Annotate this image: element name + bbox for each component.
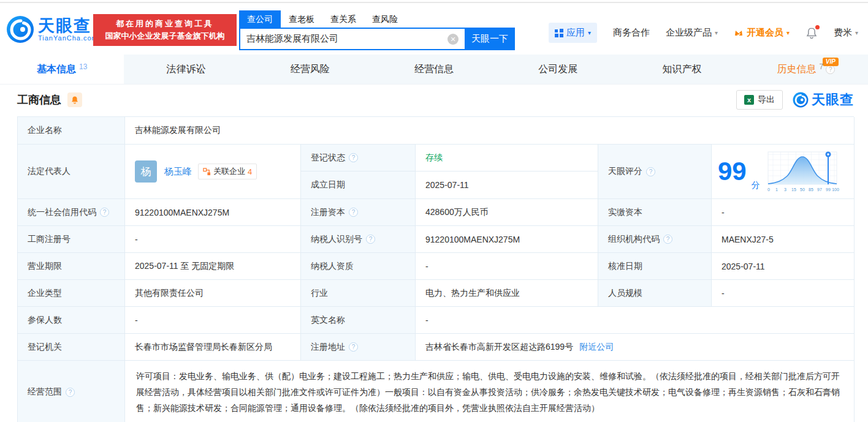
tab-basic-info[interactable]: 基本信息 13: [0, 55, 124, 84]
label-text: 参保人数: [28, 315, 62, 326]
field-label-insured: 参保人数: [18, 307, 125, 334]
field-label-reg-capital: 注册资本: [301, 199, 416, 226]
search-tab-company[interactable]: 查公司: [239, 10, 281, 28]
label-text: 营业期限: [28, 261, 62, 272]
field-label-company-type: 企业类型: [18, 280, 125, 307]
value-text: -: [425, 262, 428, 271]
help-icon[interactable]: [349, 208, 358, 217]
field-value-taxpayer-quali: -: [416, 253, 598, 280]
chevron-down-icon: [855, 29, 858, 36]
search-button[interactable]: 天眼一下: [465, 28, 515, 50]
field-value-term: 2025-07-11 至 无固定期限: [125, 253, 301, 280]
help-icon[interactable]: [646, 167, 655, 176]
chevron-down-icon: [588, 29, 591, 36]
help-icon[interactable]: [349, 153, 358, 162]
clear-icon[interactable]: [447, 34, 459, 45]
label-text: 法定代表人: [28, 166, 70, 177]
nav-business-cooperation[interactable]: 商务合作: [613, 27, 650, 39]
related-companies-badge[interactable]: 关联企业 4: [198, 164, 257, 179]
field-label-taxpayer-quali: 纳税人资质: [301, 253, 416, 280]
section-tabbar: 基本信息 13 法律诉讼 经营风险 经营信息 公司发展 知识产权 VIP 历史信…: [0, 55, 868, 85]
tab-basic-label: 基本信息: [37, 63, 76, 76]
tab-company-development[interactable]: 公司发展: [496, 55, 620, 84]
score-value: 99: [718, 159, 747, 184]
tab-history-info[interactable]: VIP 历史信息 7: [744, 55, 868, 84]
label-text: 注册地址: [311, 342, 345, 353]
search-tab-risk[interactable]: 查风险: [364, 10, 406, 28]
field-label-taxpayer-id: 纳税人识别号: [301, 226, 416, 253]
label-text: 天眼评分: [608, 166, 642, 177]
tab-risk-label: 经营风险: [291, 63, 330, 76]
value-text: -: [721, 208, 725, 217]
field-value-approve-date: 2025-07-11: [712, 253, 855, 280]
notifications-bell[interactable]: [805, 27, 818, 39]
field-label-business-scope: 经营范围: [18, 361, 125, 422]
avatar[interactable]: 杨: [135, 160, 157, 183]
field-value-org-code: MAENXJ27-5: [712, 226, 855, 253]
svg-text:1: 1: [775, 187, 778, 192]
field-value-legal-rep: 杨 杨玉峰 关联企业 4: [125, 145, 301, 199]
search-tab-boss[interactable]: 查老板: [281, 10, 322, 28]
value-text: 吉林能源发展有限公司: [135, 125, 221, 136]
subscribe-bell-button[interactable]: [67, 92, 82, 107]
label-text: 实缴资本: [608, 207, 642, 218]
nav-user-menu[interactable]: 费米: [834, 27, 858, 39]
tab-operating-risk[interactable]: 经营风险: [248, 55, 372, 84]
help-icon[interactable]: [100, 208, 109, 217]
nav-apps[interactable]: 应用: [549, 23, 597, 43]
field-label-term: 营业期限: [18, 253, 125, 280]
nav-open-vip[interactable]: 开通会员: [734, 27, 790, 39]
value-text: 2025-07-11: [425, 180, 469, 190]
nav-enterprise-label: 企业级产品: [666, 27, 712, 39]
score-unit: 分: [752, 180, 760, 191]
org-chart-icon: [203, 168, 211, 176]
export-button[interactable]: 导出: [736, 90, 783, 110]
nearby-companies-link[interactable]: 附近公司: [579, 342, 614, 353]
help-icon[interactable]: [66, 388, 75, 397]
label-text: 统一社会信用代码: [28, 207, 96, 218]
bell-icon: [70, 96, 79, 104]
label-text: 注册资本: [311, 207, 345, 218]
tianyancha-logo-icon: [6, 15, 34, 43]
slogan-line1: 都在用的商业查询工具: [98, 18, 232, 30]
tab-basic-count: 13: [79, 62, 87, 71]
svg-text:0: 0: [767, 187, 770, 192]
search-tabs: 查公司 查老板 查关系 查风险: [239, 10, 515, 28]
tianyancha-logo[interactable]: 天眼查 TianYanCha.com: [6, 15, 98, 43]
help-icon[interactable]: [663, 235, 672, 244]
svg-text:99: 99: [826, 187, 831, 192]
svg-text:97: 97: [817, 187, 822, 192]
nav-enterprise-products[interactable]: 企业级产品: [666, 27, 718, 39]
label-text: 企业类型: [28, 288, 62, 299]
section-header: 工商信息 导出 天眼查: [0, 85, 868, 115]
field-label-legal-rep: 法定代表人: [18, 145, 125, 199]
label-text: 核准日期: [608, 261, 642, 272]
search-tab-relation[interactable]: 查关系: [322, 10, 364, 28]
search-input[interactable]: [239, 28, 465, 50]
label-text: 经营范围: [28, 386, 62, 398]
tab-ip-label: 知识产权: [663, 63, 702, 76]
tab-development-label: 公司发展: [538, 63, 577, 76]
related-count: 4: [248, 167, 252, 176]
legal-rep-link[interactable]: 杨玉峰: [164, 166, 192, 178]
help-icon[interactable]: [349, 342, 358, 352]
crown-icon: [734, 28, 744, 38]
help-icon[interactable]: [366, 235, 375, 244]
tab-legal-litigation[interactable]: 法律诉讼: [124, 55, 248, 84]
logo-domain-text: TianYanCha.com: [38, 34, 98, 42]
chevron-down-icon: [715, 29, 718, 36]
tab-operating-info[interactable]: 经营信息: [372, 55, 496, 84]
header-nav: 应用 商务合作 企业级产品 开通会员 费米: [549, 23, 858, 43]
label-text: 成立日期: [311, 179, 345, 190]
field-label-industry: 行业: [301, 280, 416, 307]
field-value-business-scope: 许可项目：发电业务、输电业务、供（配）电业务；建设工程施工；热力生产和供应；输电…: [125, 361, 855, 422]
svg-text:85: 85: [809, 187, 813, 192]
tab-intellectual-property[interactable]: 知识产权: [620, 55, 744, 84]
field-label-uscc: 统一社会信用代码: [18, 199, 125, 226]
nav-apps-label: 应用: [566, 27, 585, 39]
value-text: 91220100MAENXJ275M: [135, 208, 229, 217]
section-title: 工商信息: [17, 92, 61, 107]
label-text: 英文名称: [311, 315, 345, 326]
site-header: 天眼查 TianYanCha.com 都在用的商业查询工具 国家中小企业发展子基…: [0, 3, 868, 55]
business-info-table: 企业名称 吉林能源发展有限公司 法定代表人 杨 杨玉峰 关联企业 4 登记状态 …: [17, 116, 854, 422]
